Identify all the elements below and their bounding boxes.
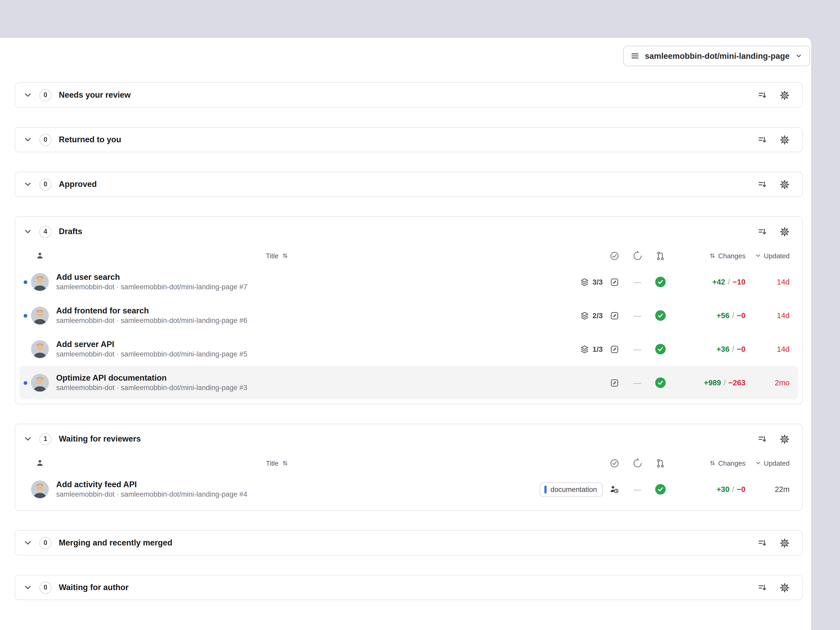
- section-header[interactable]: 1 Waiting for reviewers: [15, 424, 802, 453]
- chevron-down-icon: [755, 253, 761, 259]
- settings-gear-icon[interactable]: [780, 583, 789, 592]
- no-ci-status: —: [634, 311, 641, 320]
- settings-gear-icon[interactable]: [780, 538, 789, 548]
- count-badge: 0: [39, 134, 51, 146]
- pr-row[interactable]: Add server API samleemobbin-dot · samlee…: [19, 332, 798, 366]
- avatar: [31, 480, 49, 498]
- updated-column-header[interactable]: Updated: [745, 252, 789, 260]
- section-title: Drafts: [59, 227, 82, 236]
- stack-position: 2/3: [580, 311, 603, 320]
- unread-dot-icon: [24, 381, 27, 385]
- no-ci-status: —: [634, 485, 641, 494]
- sort-button[interactable]: [758, 434, 767, 444]
- chevron-down-icon[interactable]: [24, 136, 34, 144]
- mergeable-check-icon: [655, 377, 666, 388]
- sort-button[interactable]: [758, 135, 767, 144]
- changes-column-header[interactable]: Changes: [672, 252, 745, 260]
- changes-count: +36/−0: [672, 345, 745, 353]
- pr-title[interactable]: Add frontend for search: [56, 306, 498, 315]
- unread-dot-icon: [24, 314, 27, 317]
- section-waiting-for-reviewers: 1 Waiting for reviewers: [15, 424, 803, 511]
- no-ci-status: —: [634, 379, 641, 387]
- section-header[interactable]: 0 Returned to you: [15, 128, 802, 152]
- updated-time: 14d: [745, 278, 789, 286]
- pr-subtitle: samleemobbin-dot · samleemobbin-dot/mini…: [56, 384, 498, 392]
- pr-title[interactable]: Add activity feed API: [56, 480, 498, 489]
- mergeable-check-icon: [655, 344, 666, 354]
- chevron-down-icon[interactable]: [24, 583, 34, 592]
- section-header[interactable]: 0 Needs your review: [15, 83, 802, 107]
- repo-rows-icon: [631, 51, 640, 60]
- count-badge: 0: [39, 178, 51, 190]
- pr-subtitle: samleemobbin-dot · samleemobbin-dot/mini…: [56, 284, 498, 291]
- stack-icon: [580, 311, 589, 320]
- settings-gear-icon[interactable]: [780, 227, 789, 237]
- topbar: samleemobbin-dot/mini-landing-page: [0, 38, 811, 66]
- section-title: Merging and recently merged: [59, 538, 172, 548]
- pr-row[interactable]: Optimize API documentation samleemobbin-…: [19, 366, 798, 399]
- stack-icon: [580, 345, 589, 354]
- pr-title[interactable]: Optimize API documentation: [56, 373, 498, 382]
- draft-icon: [610, 311, 619, 320]
- chevron-down-icon[interactable]: [24, 180, 34, 188]
- sort-button[interactable]: [758, 227, 767, 236]
- avatar: [31, 374, 49, 392]
- chevron-down-icon[interactable]: [24, 227, 34, 236]
- settings-gear-icon[interactable]: [780, 434, 789, 444]
- changes-column-header[interactable]: Changes: [672, 459, 745, 467]
- section-title: Needs your review: [59, 90, 131, 100]
- sort-button[interactable]: [758, 90, 767, 100]
- changes-count: +30/−0: [672, 485, 745, 494]
- review-status-column-icon: [603, 458, 626, 468]
- title-column-header[interactable]: Title: [56, 252, 498, 260]
- stack-icon: [580, 278, 589, 286]
- sort-button[interactable]: [758, 583, 767, 592]
- ci-status-column-icon: [626, 251, 649, 261]
- count-badge: 4: [39, 226, 51, 238]
- pr-row[interactable]: Add user search samleemobbin-dot · samle…: [19, 265, 798, 299]
- settings-gear-icon[interactable]: [780, 179, 789, 189]
- pr-title[interactable]: Add user search: [56, 273, 498, 281]
- section-header[interactable]: 0 Merging and recently merged: [15, 531, 802, 555]
- section-header[interactable]: 0 Approved: [15, 172, 802, 196]
- count-badge: 0: [39, 89, 51, 101]
- pr-subtitle: samleemobbin-dot · samleemobbin-dot/mini…: [56, 351, 498, 358]
- count-badge: 1: [39, 433, 51, 445]
- section-drafts: 4 Drafts Title: [15, 216, 803, 404]
- mergeable-check-icon: [655, 310, 666, 321]
- section-header[interactable]: 4 Drafts: [15, 217, 802, 246]
- section-header[interactable]: 0 Waiting for author: [15, 575, 802, 600]
- section-approved: 0 Approved: [15, 172, 803, 197]
- chevron-down-icon[interactable]: [24, 435, 34, 443]
- settings-gear-icon[interactable]: [780, 135, 789, 145]
- section-merging: 0 Merging and recently merged: [15, 530, 803, 556]
- sort-updown-icon: [709, 253, 715, 259]
- pr-subtitle: samleemobbin-dot · samleemobbin-dot/mini…: [56, 317, 498, 325]
- repo-selector[interactable]: samleemobbin-dot/mini-landing-page: [624, 46, 810, 66]
- settings-gear-icon[interactable]: [780, 90, 789, 100]
- mergeable-check-icon: [655, 484, 666, 494]
- chevron-down-icon[interactable]: [24, 538, 34, 547]
- repo-selector-label: samleemobbin-dot/mini-landing-page: [645, 51, 789, 61]
- label-documentation[interactable]: documentation: [540, 482, 603, 496]
- chevron-down-icon[interactable]: [24, 91, 34, 99]
- drafts-rows: Add user search samleemobbin-dot · samle…: [15, 265, 802, 404]
- sort-updown-icon: [282, 253, 288, 259]
- sort-button[interactable]: [758, 180, 767, 189]
- count-badge: 0: [39, 537, 51, 549]
- label-color-bar: [545, 485, 547, 493]
- sort-button[interactable]: [758, 538, 767, 548]
- title-column-header[interactable]: Title: [56, 459, 498, 467]
- pr-row[interactable]: Add frontend for search samleemobbin-dot…: [19, 299, 798, 332]
- updated-time: 14d: [745, 311, 789, 320]
- changes-count: +989/−263: [672, 379, 745, 387]
- pr-row[interactable]: Add activity feed API samleemobbin-dot ·…: [19, 472, 798, 506]
- changes-count: +56/−0: [672, 311, 745, 320]
- updated-time: 2mo: [745, 379, 789, 387]
- section-title: Approved: [59, 180, 97, 189]
- awaiting-reviewer-icon: [609, 485, 619, 494]
- pr-title[interactable]: Add server API: [56, 339, 498, 349]
- updated-column-header[interactable]: Updated: [745, 459, 789, 467]
- unread-dot-icon: [24, 280, 27, 284]
- draft-icon: [610, 378, 619, 387]
